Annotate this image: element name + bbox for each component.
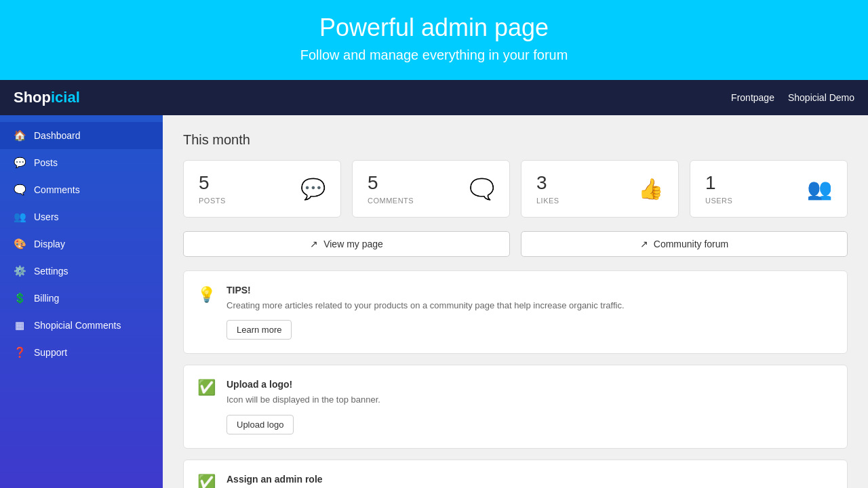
sidebar-label-display: Display: [34, 239, 65, 249]
shopicial-comments-icon: ▦: [14, 319, 26, 331]
check-circle-icon: ✅: [197, 379, 216, 396]
settings-icon: ⚙️: [14, 265, 26, 277]
sidebar-item-support[interactable]: ❓ Support: [0, 339, 163, 366]
learn-more-button[interactable]: Learn more: [226, 320, 292, 340]
users-label: USERS: [705, 197, 732, 205]
upload-logo-button[interactable]: Upload logo: [226, 415, 294, 434]
sidebar-item-settings[interactable]: ⚙️ Settings: [0, 258, 163, 285]
demo-link[interactable]: Shopicial Demo: [788, 92, 854, 103]
community-forum-label: Community forum: [654, 239, 728, 249]
sidebar-label-users: Users: [34, 211, 59, 222]
likes-count: 3: [536, 173, 559, 194]
posts-icon: 💬: [14, 157, 26, 169]
action-row: ↗ View my page ↗ Community forum: [183, 231, 848, 257]
stat-card-users: 1 USERS 👥: [690, 160, 848, 218]
stat-card-likes: 3 LIKES 👍: [521, 160, 679, 218]
posts-stat-icon: 💬: [300, 177, 326, 201]
navbar: Shopicial Frontpage Shopicial Demo: [0, 80, 868, 115]
sidebar-label-comments: Comments: [34, 184, 80, 195]
comments-label: COMMENTS: [368, 197, 414, 205]
dashboard-icon: 🏠: [14, 129, 26, 142]
posts-label: POSTS: [199, 197, 226, 205]
sidebar-label-posts: Posts: [34, 157, 58, 168]
view-my-page-button[interactable]: ↗ View my page: [183, 231, 510, 257]
posts-count: 5: [199, 173, 226, 194]
sidebar-label-support: Support: [34, 347, 67, 358]
view-page-icon: ↗: [310, 239, 318, 249]
stats-row: 5 POSTS 💬 5 COMMENTS 🗨️ 3 LIKES 👍: [183, 160, 848, 218]
sidebar-item-shopicial-comments[interactable]: ▦ Shopicial Comments: [0, 312, 163, 339]
sidebar-item-comments[interactable]: 🗨️ Comments: [0, 176, 163, 203]
users-stat-icon: 👥: [807, 177, 832, 201]
frontpage-link[interactable]: Frontpage: [731, 92, 774, 103]
users-icon: 👥: [14, 211, 26, 223]
upload-logo-text: Icon will be displayed in the top banner…: [226, 393, 380, 407]
upload-logo-card: ✅ Upload a logo! Icon will be displayed …: [183, 365, 848, 449]
comments-stat-icon: 🗨️: [469, 177, 494, 201]
sidebar-item-users[interactable]: 👥 Users: [0, 203, 163, 230]
tips-title: TIPS!: [226, 285, 625, 296]
sidebar: 🏠 Dashboard 💬 Posts 🗨️ Comments 👥 Users …: [0, 115, 163, 488]
support-icon: ❓: [14, 346, 26, 359]
hero-banner: Powerful admin page Follow and manage ev…: [0, 0, 868, 80]
navbar-right: Frontpage Shopicial Demo: [731, 92, 854, 103]
users-count: 1: [705, 173, 732, 194]
tips-card: 💡 TIPS! Creating more articles related t…: [183, 270, 848, 354]
likes-stat-icon: 👍: [638, 177, 663, 201]
sidebar-label-dashboard: Dashboard: [34, 130, 81, 141]
bulb-icon: 💡: [197, 286, 216, 304]
display-icon: 🎨: [14, 238, 26, 250]
sidebar-item-billing[interactable]: 💲 Billing: [0, 285, 163, 312]
tips-text: Creating more articles related to your p…: [226, 299, 625, 312]
view-page-label: View my page: [323, 239, 383, 249]
sidebar-item-dashboard[interactable]: 🏠 Dashboard: [0, 122, 163, 149]
sidebar-label-shopicial-comments: Shopicial Comments: [34, 320, 121, 331]
main-content: This month 5 POSTS 💬 5 COMMENTS 🗨️ 3: [163, 115, 868, 488]
section-title: This month: [183, 132, 848, 148]
upload-logo-title: Upload a logo!: [226, 379, 380, 390]
billing-icon: 💲: [14, 292, 26, 304]
sidebar-item-posts[interactable]: 💬 Posts: [0, 149, 163, 176]
stat-card-comments: 5 COMMENTS 🗨️: [352, 160, 510, 218]
hero-subtitle: Follow and manage everything in your for…: [0, 47, 868, 63]
assign-admin-title: Assign an admin role: [226, 474, 595, 485]
navbar-brand: Shopicial: [14, 89, 80, 106]
brand-highlight: icial: [51, 89, 80, 106]
check-circle-admin-icon: ✅: [197, 474, 216, 488]
sidebar-label-settings: Settings: [34, 266, 68, 277]
community-forum-icon: ↗: [640, 239, 648, 249]
community-forum-button[interactable]: ↗ Community forum: [521, 231, 848, 257]
stat-card-posts: 5 POSTS 💬: [183, 160, 341, 218]
assign-admin-card: ✅ Assign an admin role Add a shopicial-a…: [183, 460, 848, 488]
sidebar-item-display[interactable]: 🎨 Display: [0, 230, 163, 258]
app-container: 🏠 Dashboard 💬 Posts 🗨️ Comments 👥 Users …: [0, 115, 868, 488]
comments-icon: 🗨️: [14, 184, 26, 196]
comments-count: 5: [368, 173, 414, 194]
sidebar-label-billing: Billing: [34, 293, 59, 304]
hero-title: Powerful admin page: [0, 14, 868, 42]
likes-label: LIKES: [536, 197, 559, 205]
